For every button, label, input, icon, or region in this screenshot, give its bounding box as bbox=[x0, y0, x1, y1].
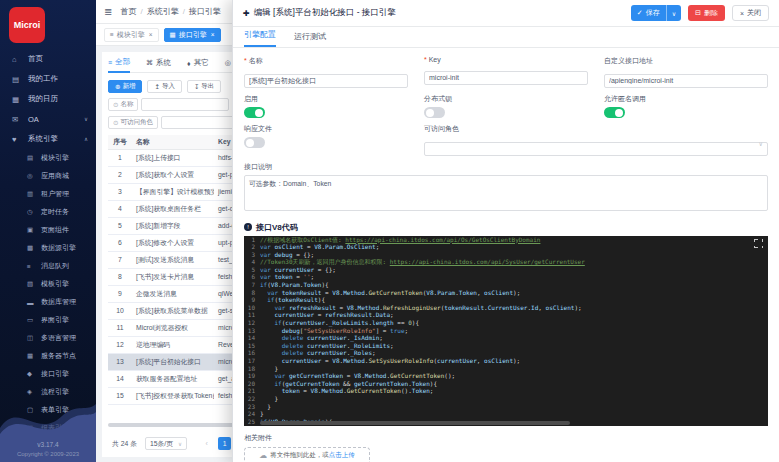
dialog-title: ✚编辑 [系统]平台初始化接口 - 接口引擎 bbox=[243, 7, 396, 19]
name-field[interactable] bbox=[244, 74, 408, 88]
page-size-select[interactable]: 15条/页∨ bbox=[145, 437, 187, 450]
message-queue-icon: ≡ bbox=[27, 263, 38, 270]
anonymous-call-toggle[interactable] bbox=[604, 107, 625, 118]
code-text: var currentUser = {}; bbox=[260, 266, 336, 274]
code-text: currentUser = V8.Method.SetSysUserRoleIn… bbox=[260, 357, 520, 365]
name-search-input[interactable] bbox=[141, 98, 229, 111]
line-number: 17 bbox=[244, 357, 260, 365]
attachment-section: 相关附件 ☁ 将文件拖到此处，或 点击上传 bbox=[244, 433, 768, 462]
sidebar-item-home[interactable]: ⌂首页 bbox=[0, 49, 96, 69]
sidebar-subitem-scheduled-tasks[interactable]: ◷定时任务 bbox=[0, 203, 96, 221]
dialog-tab-运行测试[interactable]: 运行测试 bbox=[294, 31, 326, 47]
sidebar-subitem-label: 多语言管理 bbox=[41, 333, 76, 343]
sidebar-subitem-message-queue[interactable]: ≡消息队列 bbox=[0, 257, 96, 275]
breadcrumb-item[interactable]: 首页 bbox=[120, 7, 136, 16]
add-button[interactable]: ⊕新增 bbox=[108, 80, 142, 93]
cell-name: 获取服务器配置地址 bbox=[132, 370, 214, 387]
upload-link[interactable]: 点击上传 bbox=[329, 451, 355, 460]
filter-tab-全部[interactable]: ≡全部 bbox=[108, 54, 130, 73]
sidebar-subitem-database-mgmt[interactable]: ▬数据库管理 bbox=[0, 293, 96, 311]
line-number: 8 bbox=[244, 289, 260, 297]
sidebar-subitem-datasource-engine[interactable]: ▩数据源引擎 bbox=[0, 239, 96, 257]
sidebar-item-my-work[interactable]: ▤我的工作 bbox=[0, 69, 96, 89]
code-text: //根据域名获取OsClient值: https://api-china.itd… bbox=[260, 236, 540, 244]
filter-tab-系统[interactable]: ⌘系统 bbox=[146, 54, 171, 73]
fullscreen-icon[interactable] bbox=[754, 239, 763, 248]
import-button[interactable]: ↥导入 bbox=[147, 80, 181, 93]
dialog-tab-引擎配置[interactable]: 引擎配置 bbox=[244, 29, 276, 47]
sidebar-item-system-engine[interactable]: ♥系统引擎∧ bbox=[0, 129, 96, 149]
sidebar-subitem-ui-engine[interactable]: ▭界面引擎 bbox=[0, 311, 96, 329]
sidebar-subitem-page-components[interactable]: ▣页面组件 bbox=[0, 221, 96, 239]
sidebar-subitem-server-nodes[interactable]: ▦服务器节点 bbox=[0, 347, 96, 365]
cell-index: 7 bbox=[108, 251, 132, 268]
line-number: 1 bbox=[244, 236, 260, 244]
editor-horizontal-scrollbar[interactable] bbox=[260, 421, 570, 425]
prev-page-button[interactable]: ‹ bbox=[200, 437, 213, 450]
tab-接口引擎[interactable]: ▦接口引擎× bbox=[164, 28, 221, 42]
code-line: 16 delete currentUser._Roles; bbox=[244, 349, 768, 357]
export-button[interactable]: ↧导出 bbox=[187, 80, 221, 93]
save-button[interactable]: ✓保存 ∨ bbox=[631, 5, 681, 21]
filter-tab-其它[interactable]: ♦其它 bbox=[187, 54, 209, 73]
tab-模块引擎[interactable]: ≡模块引擎× bbox=[104, 28, 159, 42]
cell-index: 13 bbox=[108, 353, 132, 370]
breadcrumb-item[interactable]: 接口引擎 bbox=[189, 7, 221, 16]
field-key: Key bbox=[424, 50, 588, 88]
chevron-down-icon: ∨ bbox=[178, 441, 182, 447]
code-line: 18 } bbox=[244, 365, 768, 373]
line-number: 14 bbox=[244, 334, 260, 342]
line-number: 23 bbox=[244, 403, 260, 411]
delete-button[interactable]: ⊟删除 bbox=[688, 5, 725, 21]
code-line: 1//根据域名获取OsClient值: https://api-china.it… bbox=[244, 236, 768, 244]
sidebar-subitem-i18n-mgmt[interactable]: ◫多语言管理 bbox=[0, 329, 96, 347]
enable-toggle[interactable] bbox=[244, 107, 265, 118]
scheduled-tasks-icon: ◷ bbox=[27, 208, 38, 216]
response-file-toggle[interactable] bbox=[244, 137, 265, 148]
sidebar-subitem-app-store[interactable]: ◎应用商城 bbox=[0, 167, 96, 185]
sidebar-item-oa[interactable]: ✉OA∨ bbox=[0, 109, 96, 129]
v8-code-editor[interactable]: 1//根据域名获取OsClient值: https://api-china.it… bbox=[244, 236, 768, 426]
button-label: 导入 bbox=[162, 82, 175, 91]
breadcrumb-item[interactable]: 系统引擎 bbox=[147, 7, 179, 16]
trash-icon: ⊟ bbox=[695, 9, 701, 17]
save-dropdown-caret[interactable]: ∨ bbox=[667, 10, 681, 17]
sidebar-subitem-label: 应用商城 bbox=[41, 171, 69, 181]
ui-engine-icon: ▭ bbox=[27, 316, 38, 324]
close-icon[interactable]: × bbox=[149, 31, 153, 38]
dialog-actions: ✓保存 ∨ ⊟删除 ×关闭 bbox=[624, 5, 769, 21]
collapse-menu-icon[interactable]: ≣ bbox=[104, 6, 112, 17]
cell-index: 12 bbox=[108, 336, 132, 353]
distributed-lock-toggle[interactable] bbox=[424, 107, 445, 118]
sidebar-subitem-tenant-mgmt[interactable]: ▥租户管理 bbox=[0, 185, 96, 203]
code-line: 5var currentUser = {}; bbox=[244, 266, 768, 274]
cell-name: 企微发送消息 bbox=[132, 285, 214, 302]
close-button[interactable]: ×关闭 bbox=[732, 5, 769, 21]
roles-select[interactable]: ∨ bbox=[424, 137, 768, 156]
sidebar-item-my-calendar[interactable]: ▦我的日历 bbox=[0, 89, 96, 109]
breadcrumb-separator: / bbox=[140, 7, 142, 16]
sidebar-subitem-label: 定时任务 bbox=[41, 207, 69, 217]
sidebar-subitem-api-engine[interactable]: ◆接口引擎 bbox=[0, 365, 96, 383]
description-textarea[interactable]: 可选参数：Domain、Token bbox=[244, 175, 768, 211]
filter-tab-icon: ⌘ bbox=[146, 59, 153, 67]
sidebar-subitem-module-engine[interactable]: ▤模块引擎 bbox=[0, 149, 96, 167]
microi-logo[interactable]: Microi bbox=[9, 7, 45, 43]
roles-select-input[interactable] bbox=[424, 142, 768, 156]
search-icon: ⊙ bbox=[113, 101, 118, 109]
dialog-header: ✚编辑 [系统]平台初始化接口 - 接口引擎 ✓保存 ∨ ⊟删除 ×关闭 bbox=[233, 0, 779, 27]
code-section-title: 接口V8代码 bbox=[256, 222, 298, 233]
code-text: if(currentUser._RoleLimits.length == 0){ bbox=[260, 319, 419, 327]
sidebar-subitem-label: 页面组件 bbox=[41, 225, 69, 235]
code-line: 4//Token30天刷新，返回用户身份信息和权限: https://api-c… bbox=[244, 258, 768, 266]
page-button-1[interactable]: 1 bbox=[218, 437, 231, 450]
file-dropzone[interactable]: ☁ 将文件拖到此处，或 点击上传 bbox=[244, 447, 370, 462]
key-field[interactable] bbox=[424, 71, 588, 85]
custom-url-field[interactable] bbox=[604, 74, 768, 88]
code-text: var tokenResult = V8.Method.GetCurrentTo… bbox=[260, 289, 520, 297]
filter-tab-label: 全部 bbox=[115, 57, 130, 67]
sidebar-subitem-template-engine[interactable]: ▧模板引擎 bbox=[0, 275, 96, 293]
line-number: 12 bbox=[244, 319, 260, 327]
close-icon[interactable]: × bbox=[211, 31, 215, 38]
role-search-label: ⊙可访问角色 bbox=[108, 116, 158, 129]
